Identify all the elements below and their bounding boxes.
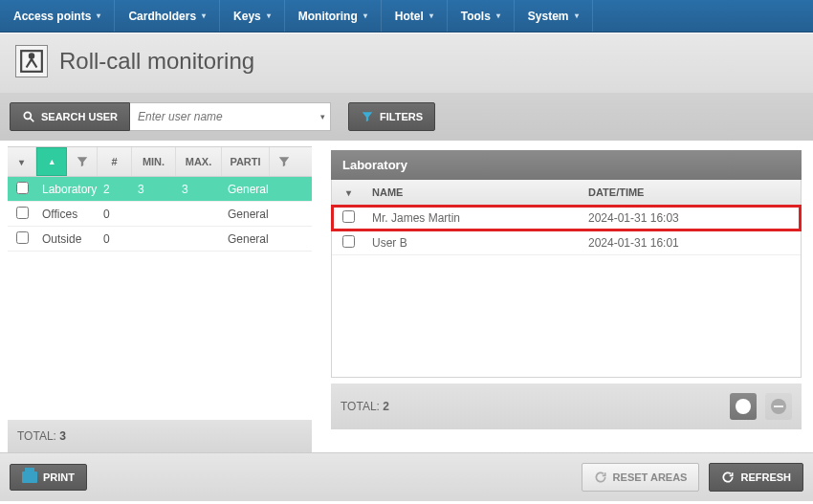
- svg-point-1: [30, 54, 33, 57]
- detail-row[interactable]: User B 2024-01-31 16:01: [332, 230, 801, 255]
- filter-icon: [277, 155, 291, 168]
- title-bar: Roll-call monitoring: [0, 33, 813, 93]
- detail-datetime: 2024-01-31 16:03: [581, 211, 801, 225]
- nav-label: Access points: [13, 10, 91, 23]
- rollcall-icon: [15, 45, 48, 77]
- area-partition: General: [222, 183, 295, 196]
- detail-row-checkbox[interactable]: [342, 210, 355, 223]
- nav-monitoring[interactable]: Monitoring▾: [285, 0, 382, 32]
- area-name: Laboratory: [36, 183, 98, 196]
- detail-row-checkbox[interactable]: [342, 235, 355, 248]
- col-name[interactable]: NAME: [364, 180, 581, 205]
- area-partition: General: [222, 208, 295, 221]
- print-icon: [22, 471, 37, 483]
- plus-icon: [736, 399, 751, 414]
- area-max: 3: [176, 183, 222, 196]
- areas-grid-header: ▾ ▴ # MIN. MAX. PARTI: [8, 146, 312, 177]
- detail-name: Mr. James Martin: [364, 211, 581, 225]
- minus-icon: [771, 399, 786, 414]
- filter-partition-button[interactable]: [270, 147, 298, 176]
- col-partition[interactable]: PARTI: [222, 147, 270, 176]
- area-name: Outside: [36, 232, 98, 246]
- detail-grid-header: ▾ NAME DATE/TIME: [331, 180, 802, 206]
- svg-point-2: [24, 112, 31, 119]
- add-button[interactable]: [730, 393, 757, 420]
- filter-name-button[interactable]: [67, 147, 98, 176]
- nav-label: Cardholders: [128, 10, 196, 23]
- detail-title: Laboratory: [331, 150, 802, 180]
- chevron-down-icon: ▾: [202, 11, 206, 20]
- col-max[interactable]: MAX.: [176, 147, 222, 176]
- remove-button[interactable]: [765, 393, 792, 420]
- chevron-down-icon: ▾: [496, 11, 500, 20]
- search-user-button[interactable]: SEARCH USER: [10, 102, 130, 131]
- search-user-group: SEARCH USER ▾: [10, 102, 331, 131]
- nav-label: Hotel: [395, 10, 424, 23]
- areas-total-label: TOTAL:: [17, 429, 56, 443]
- col-min[interactable]: MIN.: [132, 147, 176, 176]
- filter-icon: [76, 155, 89, 168]
- expand-all-toggle[interactable]: ▾: [8, 147, 36, 176]
- area-min: 3: [132, 183, 176, 196]
- search-user-input[interactable]: [130, 102, 331, 131]
- nav-label: System: [528, 10, 569, 23]
- chevron-down-icon: ▾: [19, 157, 24, 167]
- search-user-label: SEARCH USER: [41, 111, 118, 122]
- area-row-checkbox[interactable]: [16, 182, 29, 194]
- nav-hotel[interactable]: Hotel▾: [382, 0, 448, 32]
- reset-areas-label: RESET AREAS: [613, 471, 688, 483]
- col-datetime[interactable]: DATE/TIME: [581, 180, 801, 205]
- nav-access-points[interactable]: Access points▾: [0, 0, 115, 32]
- area-count: 2: [98, 183, 132, 196]
- chevron-down-icon: ▾: [429, 11, 433, 20]
- detail-name: User B: [364, 236, 581, 250]
- area-name: Offices: [36, 208, 98, 221]
- areas-panel: ▾ ▴ # MIN. MAX. PARTI Laboratory 2 3 3 G…: [0, 141, 319, 452]
- chevron-down-icon: ▾: [267, 11, 271, 20]
- print-label: PRINT: [43, 471, 75, 483]
- area-row[interactable]: Offices 0 General: [8, 202, 312, 227]
- filters-label: FILTERS: [380, 111, 423, 122]
- detail-panel: Laboratory ▾ NAME DATE/TIME Mr. James Ma…: [319, 141, 813, 452]
- detail-datetime: 2024-01-31 16:01: [581, 236, 801, 250]
- nav-tools[interactable]: Tools▾: [448, 0, 515, 32]
- nav-keys[interactable]: Keys▾: [220, 0, 285, 32]
- col-count[interactable]: #: [98, 147, 132, 176]
- chevron-down-icon: ▾: [575, 11, 579, 20]
- nav-system[interactable]: System▾: [515, 0, 593, 32]
- areas-total-value: 3: [59, 429, 66, 443]
- area-row-checkbox[interactable]: [16, 207, 29, 219]
- detail-total-value: 2: [383, 400, 389, 413]
- search-toolbar: SEARCH USER ▾ FILTERS: [0, 93, 813, 141]
- areas-total-bar: TOTAL: 3: [8, 420, 312, 452]
- refresh-icon: [594, 471, 607, 484]
- chevron-down-icon: ▾: [346, 187, 351, 198]
- top-nav: Access points▾ Cardholders▾ Keys▾ Monito…: [0, 0, 813, 33]
- footer-bar: PRINT RESET AREAS REFRESH: [0, 452, 813, 501]
- sort-asc-icon: ▴: [50, 157, 55, 166]
- detail-total-bar: TOTAL: 2: [331, 383, 802, 429]
- area-count: 0: [98, 208, 132, 221]
- area-row[interactable]: Laboratory 2 3 3 General: [8, 177, 312, 202]
- refresh-button[interactable]: REFRESH: [709, 463, 803, 492]
- nav-label: Tools: [461, 10, 491, 23]
- filters-button[interactable]: FILTERS: [348, 102, 435, 131]
- main-split: ▾ ▴ # MIN. MAX. PARTI Laboratory 2 3 3 G…: [0, 141, 813, 452]
- print-button[interactable]: PRINT: [10, 464, 87, 491]
- nav-label: Monitoring: [298, 10, 358, 23]
- reset-areas-button[interactable]: RESET AREAS: [582, 463, 700, 492]
- search-icon: [22, 110, 35, 123]
- chevron-down-icon: ▾: [97, 11, 100, 20]
- nav-cardholders[interactable]: Cardholders▾: [115, 0, 220, 32]
- refresh-icon: [721, 471, 735, 484]
- detail-expand-toggle[interactable]: ▾: [332, 181, 364, 205]
- area-row[interactable]: Outside 0 General: [8, 227, 312, 252]
- chevron-down-icon: ▾: [363, 11, 367, 20]
- detail-total-label: TOTAL:: [341, 400, 380, 413]
- nav-label: Keys: [233, 10, 261, 23]
- refresh-label: REFRESH: [740, 471, 791, 483]
- detail-row[interactable]: Mr. James Martin 2024-01-31 16:03: [332, 206, 801, 230]
- sort-asc-button[interactable]: ▴: [36, 147, 67, 176]
- detail-list: Mr. James Martin 2024-01-31 16:03 User B…: [331, 206, 802, 378]
- area-row-checkbox[interactable]: [16, 231, 29, 244]
